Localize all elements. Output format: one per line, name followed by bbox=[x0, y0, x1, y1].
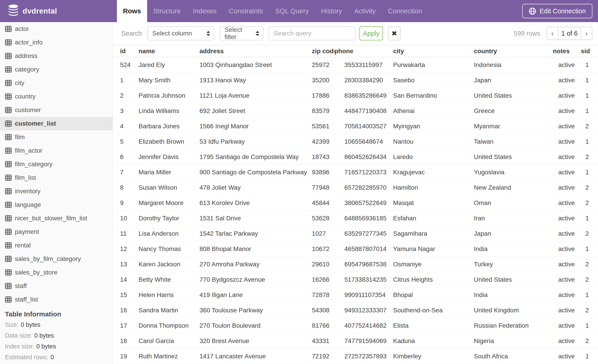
sidebar: actor actor_info bbox=[0, 22, 113, 364]
sidebar-item-language[interactable]: language bbox=[0, 198, 113, 211]
table-grid-icon bbox=[5, 256, 12, 262]
cell-name: Jennifer Davis bbox=[139, 153, 199, 161]
sidebar-item-actor[interactable]: actor bbox=[0, 22, 113, 36]
sidebar-item-payment[interactable]: payment bbox=[0, 225, 113, 239]
sidebar-item-inventory[interactable]: inventory bbox=[0, 185, 113, 198]
sidebar-item-rental[interactable]: rental bbox=[0, 239, 113, 252]
sidebar-item-country[interactable]: country bbox=[0, 90, 113, 103]
cell-phone: 949312333307 bbox=[334, 307, 393, 314]
sidebar-item-label: country bbox=[15, 93, 36, 100]
cell-zip-code: 16266 bbox=[312, 276, 334, 283]
table-row[interactable]: 16 Sandra Martin 360 Toulouse Parkway 54… bbox=[113, 303, 598, 318]
cell-name: Maria Miller bbox=[139, 169, 199, 176]
cell-sid: 2 bbox=[581, 123, 593, 130]
sidebar-item-label: film_category bbox=[15, 161, 53, 168]
sidebar-item-nicer-but-slower-film-list[interactable]: nicer_but_slower_film_list bbox=[0, 211, 113, 225]
cell-phone: 272572357893 bbox=[334, 353, 393, 360]
cell-name: Dorothy Taylor bbox=[139, 215, 199, 222]
cell-city: Kragujevac bbox=[393, 169, 474, 176]
cell-address: 478 Joliet Way bbox=[199, 184, 312, 191]
cell-name: Carol Garcia bbox=[139, 337, 199, 345]
column-header-phone[interactable]: phone bbox=[334, 48, 393, 55]
sidebar-item-customer-list[interactable]: customer_list bbox=[0, 117, 113, 130]
tab-history[interactable]: History bbox=[315, 0, 348, 22]
edit-connection-button[interactable]: Edit Connection bbox=[522, 4, 592, 18]
column-header-address[interactable]: address bbox=[199, 48, 312, 55]
table-row[interactable]: 14 Betty White 770 Bydgoszcz Avenue 1626… bbox=[113, 272, 598, 287]
cell-country: Oman bbox=[474, 199, 553, 207]
column-select[interactable]: Select column bbox=[147, 26, 214, 40]
table-row[interactable]: 1 Mary Smith 1913 Hanoi Way 35200 283033… bbox=[113, 73, 598, 88]
table-row[interactable]: 13 Karen Jackson 270 Amroha Parkway 2961… bbox=[113, 257, 598, 272]
clear-filter-button[interactable]: ✖ bbox=[388, 26, 400, 40]
cell-notes: active bbox=[553, 184, 581, 191]
table-row[interactable]: 15 Helen Harris 419 Iligan Lane 72878 99… bbox=[113, 287, 598, 303]
table-row[interactable]: 8 Susan Wilson 478 Joliet Way 77948 6572… bbox=[113, 180, 598, 195]
sidebar-item-sales-by-film-category[interactable]: sales_by_film_category bbox=[0, 252, 113, 266]
sidebar-item-label: category bbox=[15, 66, 39, 73]
tab-activity[interactable]: Activity bbox=[348, 0, 382, 22]
sidebar-item-customer[interactable]: customer bbox=[0, 103, 113, 117]
cell-id: 19 bbox=[120, 353, 139, 360]
column-header-sid[interactable]: sid bbox=[581, 48, 593, 55]
sidebar-item-label: payment bbox=[15, 228, 39, 235]
column-header-notes[interactable]: notes bbox=[553, 48, 581, 55]
table-row[interactable]: 6 Jennifer Davis 1795 Santiago de Compos… bbox=[113, 149, 598, 165]
tab-indexes[interactable]: Indexes bbox=[187, 0, 223, 22]
table-row[interactable]: 524 Jared Ely 1003 Qinhuangdao Street 25… bbox=[113, 57, 598, 73]
filter-select[interactable]: Select filter bbox=[220, 26, 263, 40]
apply-button[interactable]: Apply bbox=[359, 26, 383, 40]
column-header-city[interactable]: city bbox=[393, 48, 474, 55]
column-header-zip-code[interactable]: zip code bbox=[312, 48, 334, 55]
table-row[interactable]: 12 Nancy Thomas 808 Bhopal Manor 10672 4… bbox=[113, 241, 598, 257]
sidebar-item-film-category[interactable]: film_category bbox=[0, 157, 113, 171]
sidebar-item-address[interactable]: address bbox=[0, 49, 113, 63]
cell-name: Ruth Martinez bbox=[139, 353, 199, 360]
cell-phone: 380657522649 bbox=[334, 199, 393, 207]
cell-sid: 1 bbox=[581, 169, 593, 176]
table-row[interactable]: 4 Barbara Jones 1566 Inegl Manor 53561 7… bbox=[113, 119, 598, 134]
table-row[interactable]: 11 Lisa Anderson 1542 Tarlac Parkway 102… bbox=[113, 226, 598, 241]
tab-constraints[interactable]: Constraints bbox=[223, 0, 269, 22]
tab-rows[interactable]: Rows bbox=[117, 0, 147, 22]
cell-phone: 35533115997 bbox=[334, 61, 393, 69]
sidebar-item-category[interactable]: category bbox=[0, 63, 113, 76]
table-row[interactable]: 17 Donna Thompson 270 Toulon Boulevard 8… bbox=[113, 318, 598, 333]
database-icon bbox=[8, 5, 18, 18]
table-row[interactable]: 7 Maria Miller 900 Santiago de Compostel… bbox=[113, 165, 598, 180]
cell-city: Kimberley bbox=[393, 353, 474, 360]
table-row[interactable]: 18 Carol Garcia 320 Brest Avenue 43331 7… bbox=[113, 333, 598, 349]
sidebar-item-staff[interactable]: staff bbox=[0, 279, 113, 293]
tab-sql-query[interactable]: SQL Query bbox=[269, 0, 315, 22]
tab-connection[interactable]: Connection bbox=[382, 0, 428, 22]
table-row[interactable]: 3 Linda Williams 692 Joliet Street 83579… bbox=[113, 103, 598, 119]
sidebar-item-city[interactable]: city bbox=[0, 76, 113, 90]
cell-id: 9 bbox=[120, 199, 139, 207]
table-row[interactable]: 5 Elizabeth Brown 53 Idfu Parkway 42399 … bbox=[113, 134, 598, 149]
sidebar-item-film-list[interactable]: film_list bbox=[0, 171, 113, 185]
table-row[interactable]: 10 Dorothy Taylor 1531 Sal Drive 53628 6… bbox=[113, 211, 598, 226]
tab-structure[interactable]: Structure bbox=[147, 0, 187, 22]
sidebar-item-sales-by-store[interactable]: sales_by_store bbox=[0, 266, 113, 279]
sidebar-item-film[interactable]: film bbox=[0, 130, 113, 144]
cell-address: 1913 Hanoi Way bbox=[199, 77, 312, 84]
cell-address: 1542 Tarlac Parkway bbox=[199, 230, 312, 237]
table-row[interactable]: 19 Ruth Martinez 1417 Lancaster Avenue 7… bbox=[113, 349, 598, 364]
table-row[interactable]: 9 Margaret Moore 613 Korolev Drive 45844… bbox=[113, 195, 598, 211]
column-header-country[interactable]: country bbox=[474, 48, 553, 55]
cell-address: 320 Brest Avenue bbox=[199, 337, 312, 345]
column-header-id[interactable]: id bbox=[120, 48, 139, 55]
next-page-button[interactable]: › bbox=[581, 27, 592, 40]
search-query-input[interactable] bbox=[269, 26, 355, 40]
table-list: actor actor_info bbox=[0, 22, 113, 306]
previous-page-button[interactable]: ‹ bbox=[547, 27, 558, 40]
cell-sid: 1 bbox=[581, 291, 593, 299]
sidebar-item-film-actor[interactable]: film_actor bbox=[0, 144, 113, 157]
sidebar-item-actor-info[interactable]: actor_info bbox=[0, 36, 113, 49]
cell-country: Nigeria bbox=[474, 337, 553, 345]
cell-sid: 2 bbox=[581, 199, 593, 207]
column-header-name[interactable]: name bbox=[139, 48, 199, 55]
cell-name: Karen Jackson bbox=[139, 261, 199, 268]
sidebar-item-staff-list[interactable]: staff_list bbox=[0, 293, 113, 306]
table-row[interactable]: 2 Patricia Johnson 1121 Loja Avenue 1788… bbox=[113, 88, 598, 103]
